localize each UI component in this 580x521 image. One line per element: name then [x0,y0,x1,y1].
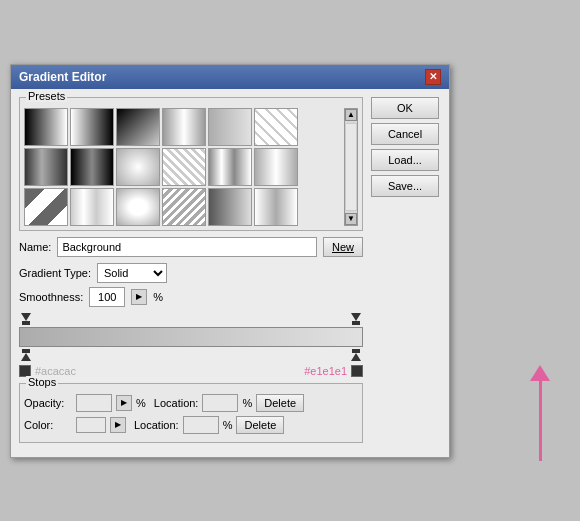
preset-item[interactable] [162,108,206,146]
preset-item[interactable] [70,148,114,186]
smoothness-input[interactable] [89,287,125,307]
stops-group: Stops Opacity: ▶ % Location: % Delete [19,383,363,443]
color-arrow-btn[interactable]: ▶ [110,417,126,433]
color-location-input[interactable] [183,416,219,434]
gradient-editor-dialog: Gradient Editor ✕ Presets [10,64,450,458]
smoothness-unit: % [153,291,163,303]
arrow-shaft [539,381,542,461]
preset-item[interactable] [254,148,298,186]
presets-label: Presets [26,90,67,102]
opacity-label: Opacity: [24,397,72,409]
presets-group: Presets [19,97,363,231]
scroll-down-arrow[interactable]: ▼ [345,213,357,225]
gradient-type-label: Gradient Type: [19,267,91,279]
right-panel: OK Cancel Load... Save... [371,97,441,449]
title-bar: Gradient Editor ✕ [11,65,449,89]
preset-item[interactable] [116,108,160,146]
preset-item[interactable] [208,148,252,186]
preset-item[interactable] [162,188,206,226]
opacity-stop-right[interactable] [351,313,361,321]
name-input[interactable] [57,237,317,257]
color-location-label: Location: [134,419,179,431]
name-row: Name: New [19,237,363,257]
opacity-arrow-btn[interactable]: ▶ [116,395,132,411]
scroll-up-arrow[interactable]: ▲ [345,109,357,121]
preset-item[interactable] [254,188,298,226]
preset-item[interactable] [162,148,206,186]
opacity-location-label: Location: [154,397,199,409]
gradient-type-select[interactable]: Solid Noise [97,263,167,283]
cancel-button[interactable]: Cancel [371,123,439,145]
opacity-location-unit: % [242,397,252,409]
load-button[interactable]: Load... [371,149,439,171]
smoothness-arrow-btn[interactable]: ▶ [131,289,147,305]
color-stop-left[interactable] [21,353,31,361]
left-panel: Presets [19,97,363,449]
color-location-unit: % [223,419,233,431]
preset-item[interactable] [208,188,252,226]
presets-grid [24,108,342,226]
arrow-indicator [530,365,550,461]
arrow-head-icon [530,365,550,381]
color-swatch-input[interactable] [76,417,106,433]
opacity-value-input[interactable] [76,394,112,412]
stops-title: Stops [26,376,58,388]
color-row: Color: ▶ Location: % Delete [24,416,358,434]
opacity-stop-left[interactable] [21,313,31,321]
gradient-bar[interactable] [19,327,363,347]
gradient-bar-container [19,313,363,361]
preset-item[interactable] [70,188,114,226]
color-stop-right[interactable] [351,353,361,361]
color-delete-button[interactable]: Delete [236,416,284,434]
presets-scrollbar[interactable]: ▲ ▼ [344,108,358,226]
scroll-track [345,123,357,211]
opacity-location-input[interactable] [202,394,238,412]
gradient-type-row: Gradient Type: Solid Noise [19,263,363,283]
color-swatch-right [351,365,363,377]
dialog-title: Gradient Editor [19,70,106,84]
new-button[interactable]: New [323,237,363,257]
preset-item[interactable] [24,108,68,146]
preset-item[interactable] [24,148,68,186]
close-button[interactable]: ✕ [425,69,441,85]
preset-item[interactable] [70,108,114,146]
preset-item[interactable] [24,188,68,226]
ok-button[interactable]: OK [371,97,439,119]
color-label: Color: [24,419,72,431]
color-label-right: #e1e1e1 [304,365,347,377]
opacity-delete-button[interactable]: Delete [256,394,304,412]
preset-item[interactable] [208,108,252,146]
opacity-unit: % [136,397,146,409]
preset-item[interactable] [116,188,160,226]
save-button[interactable]: Save... [371,175,439,197]
preset-item[interactable] [254,108,298,146]
name-label: Name: [19,241,51,253]
color-labels: #acacac #e1e1e1 [19,365,363,377]
preset-item[interactable] [116,148,160,186]
smoothness-label: Smoothness: [19,291,83,303]
opacity-row: Opacity: ▶ % Location: % Delete [24,394,358,412]
smoothness-row: Smoothness: ▶ % [19,287,363,307]
